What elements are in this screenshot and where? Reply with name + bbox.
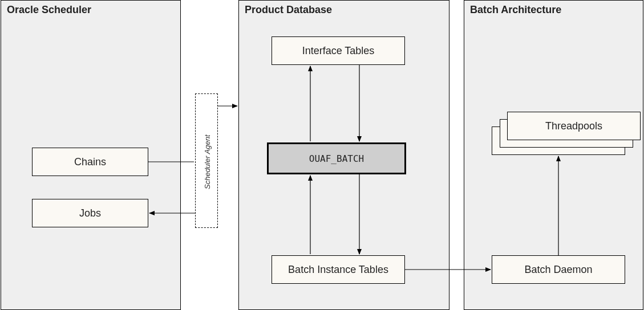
box-batch-instance-tables-label: Batch Instance Tables bbox=[288, 264, 388, 276]
box-batch-instance-tables: Batch Instance Tables bbox=[272, 255, 405, 284]
box-chains-label: Chains bbox=[74, 156, 106, 168]
box-ouaf-batch: OUAF_BATCH bbox=[267, 142, 406, 174]
panel-title-product-database: Product Database bbox=[245, 4, 332, 16]
box-batch-daemon-label: Batch Daemon bbox=[524, 264, 592, 276]
box-threadpools: Threadpools bbox=[507, 112, 641, 140]
diagram-stage: Oracle Scheduler Product Database Batch … bbox=[0, 0, 644, 310]
panel-title-batch-architecture: Batch Architecture bbox=[470, 4, 561, 16]
panel-title-oracle-scheduler: Oracle Scheduler bbox=[7, 4, 91, 16]
box-ouaf-batch-label: OUAF_BATCH bbox=[309, 153, 364, 164]
box-chains: Chains bbox=[32, 148, 148, 176]
box-batch-daemon: Batch Daemon bbox=[492, 255, 625, 284]
box-jobs-label: Jobs bbox=[79, 207, 101, 219]
box-interface-tables-label: Interface Tables bbox=[302, 45, 375, 57]
box-threadpools-label: Threadpools bbox=[545, 120, 602, 132]
label-scheduler-agent: Scheduler Agent bbox=[203, 134, 212, 189]
box-jobs: Jobs bbox=[32, 199, 148, 227]
box-interface-tables: Interface Tables bbox=[272, 36, 405, 65]
